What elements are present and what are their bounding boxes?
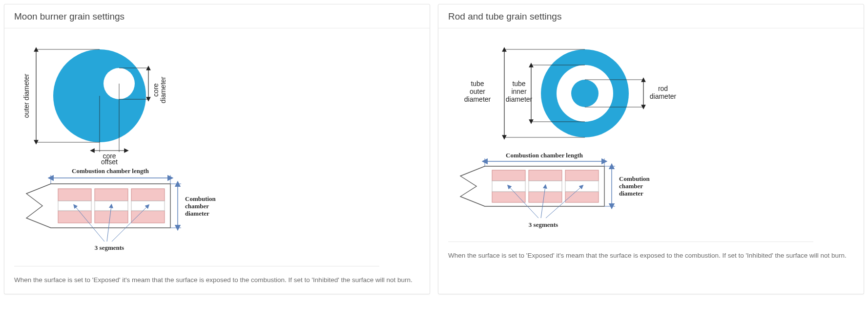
card-body-rod-tube: tube outer diameter tube inner diameter … [438,28,864,269]
segment-1-top-rt [492,170,525,181]
segments-label-rt: 3 segments [529,221,558,228]
help-text-moon: When the surface is set to 'Exposed' it'… [14,275,420,285]
diagram-area-rod-tube: tube outer diameter tube inner diameter … [448,37,854,247]
chamber-diameter-label-2-rt: chamber [619,182,643,190]
card-rod-and-tube: Rod and tube grain settings [438,4,864,294]
segment-3-bot-moon [131,211,165,223]
card-separator-moon [14,266,379,266]
page: Moon burner grain settings [0,0,868,298]
diagram-area-moon-burner: outer diameter core diameter core offset [14,37,420,271]
segment-2-top-moon [95,189,128,201]
chamber-diameter-label-3-moon: diameter [185,210,209,217]
segments-label-moon: 3 segments [95,244,124,251]
tube-inner-label-2: inner [511,88,526,95]
segment-3-top-moon [131,189,165,201]
core-diameter-label-1: core [152,83,160,96]
segment-2-top-rt [529,170,562,181]
outer-diameter-label: outer diameter [22,74,30,118]
rod-tube-chamber-svg: Combustion chamber length [448,150,678,233]
moon-burner-chamber-svg: Combustion chamber length [14,164,244,257]
chamber-length-label-rt: Combustion chamber length [506,152,583,159]
core-offset-label-2: offset [101,158,118,164]
moon-burner-cross-section-svg: outer diameter core diameter core offset [14,37,219,164]
rod-label-1: rod [658,85,668,92]
tube-inner-label-3: diameter [506,95,533,103]
card-title-rod-tube: Rod and tube grain settings [438,4,864,28]
tube-outer-label-2: outer [470,88,485,95]
segment-3-bot-rt [565,192,599,202]
segment-1-bot-moon [58,211,91,223]
rod-label-2: diameter [650,92,677,100]
chamber-diameter-label-2-moon: chamber [185,202,209,210]
segment-2-bot-rt [529,192,562,202]
tube-outer-label-1: tube [471,80,484,88]
segment-1-bot-rt [492,192,525,202]
card-separator-rt [448,242,813,242]
core-diameter-label-2: diameter [159,76,167,103]
chamber-length-label-moon: Combustion chamber length [72,167,149,175]
card-title-moon-burner: Moon burner grain settings [4,4,430,28]
chamber-diameter-label-3-rt: diameter [619,190,643,197]
tube-inner-label-1: tube [512,80,525,88]
chamber-diameter-label-1-rt: Combution [619,175,650,182]
card-moon-burner: Moon burner grain settings [4,4,430,294]
rod-grain [571,80,599,107]
tube-outer-label-3: diameter [464,95,491,103]
help-text-rt: When the surface is set to 'Exposed' it'… [448,251,854,261]
segment-1-top-moon [58,189,91,201]
card-body-moon-burner: outer diameter core diameter core offset [4,28,430,294]
segment-3-top-rt [565,170,599,181]
segment-2-bot-moon [95,211,128,223]
rod-tube-cross-section-svg: tube outer diameter tube inner diameter … [448,37,702,150]
chamber-diameter-label-1-moon: Combution [185,195,216,202]
